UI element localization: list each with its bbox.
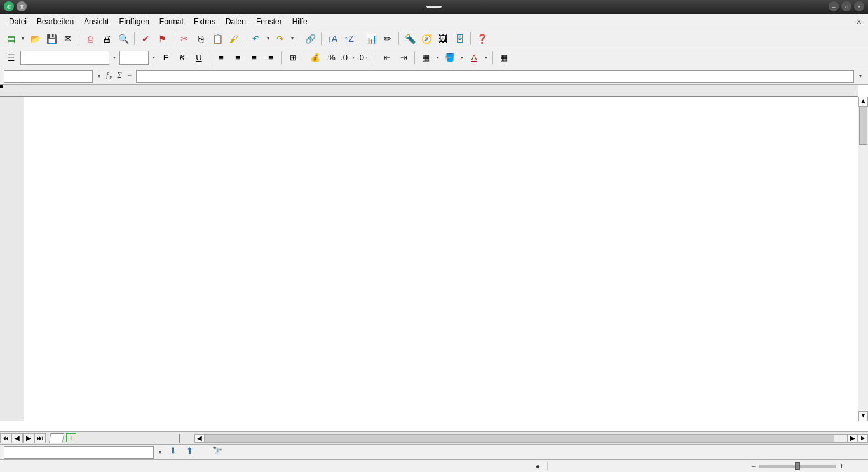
doc-close-icon[interactable]: × bbox=[857, 17, 862, 27]
find-replace-icon[interactable]: 🔦 bbox=[403, 32, 417, 46]
fx-wizard-icon[interactable]: ƒx bbox=[105, 71, 112, 81]
save-icon[interactable]: 💾 bbox=[44, 32, 58, 46]
new-doc-icon[interactable]: ▤ bbox=[4, 32, 18, 46]
redo-dropdown[interactable]: ▾ bbox=[290, 36, 295, 41]
menu-datei[interactable]: Datei bbox=[4, 15, 32, 28]
scroll-left-icon[interactable]: ◀ bbox=[194, 434, 205, 443]
horizontal-scrollbar[interactable]: ◀ ▶ ▶ bbox=[194, 434, 868, 443]
pdf-icon[interactable]: ⎙ bbox=[83, 32, 97, 46]
datasources-icon[interactable]: 🗄 bbox=[452, 32, 466, 46]
print-preview-icon[interactable]: 🔍 bbox=[116, 32, 130, 46]
percent-button[interactable]: % bbox=[325, 51, 339, 65]
zoom-out-icon[interactable]: − bbox=[751, 462, 756, 471]
scroll-right-end-icon[interactable]: ▶ bbox=[858, 434, 868, 443]
bold-button[interactable]: F bbox=[159, 51, 173, 65]
undo-dropdown[interactable]: ▾ bbox=[266, 36, 271, 41]
close-button[interactable]: × bbox=[854, 1, 864, 11]
scroll-right-icon[interactable]: ▶ bbox=[848, 434, 858, 443]
undo-icon[interactable]: ↶ bbox=[249, 32, 263, 46]
vertical-scrollbar[interactable]: ▲ ▼ bbox=[858, 97, 868, 421]
font-name-select[interactable] bbox=[20, 51, 109, 65]
tab-last-icon[interactable]: ⏭ bbox=[34, 433, 46, 443]
align-justify-button[interactable]: ≡ bbox=[264, 51, 278, 65]
print-icon[interactable]: 🖨 bbox=[100, 32, 114, 46]
find-all-icon[interactable]: 🔭 bbox=[211, 446, 224, 459]
format-painter-icon[interactable]: 🖌 bbox=[227, 32, 241, 46]
currency-button[interactable]: 💰 bbox=[308, 51, 322, 65]
menu-einfuegen[interactable]: Einfügen bbox=[114, 15, 154, 28]
copy-icon[interactable]: ⎘ bbox=[194, 32, 208, 46]
borders-dropdown[interactable]: ▾ bbox=[435, 55, 440, 60]
fontcolor-dropdown[interactable]: ▾ bbox=[484, 55, 489, 60]
zoom-slider[interactable] bbox=[759, 465, 836, 468]
redo-icon[interactable]: ↷ bbox=[273, 32, 287, 46]
hyperlink-icon[interactable]: 🔗 bbox=[303, 32, 317, 46]
tab-splitter[interactable] bbox=[179, 434, 180, 443]
indent-increase-button[interactable]: ⇥ bbox=[397, 51, 410, 65]
menu-ansicht[interactable]: Ansicht bbox=[79, 15, 114, 28]
fontcolor-button[interactable]: A bbox=[467, 51, 481, 65]
zoom-in-icon[interactable]: + bbox=[839, 462, 844, 471]
menu-daten[interactable]: Daten bbox=[220, 15, 251, 28]
tab-first-icon[interactable]: ⏮ bbox=[0, 433, 11, 443]
email-icon[interactable]: ✉ bbox=[61, 32, 75, 46]
bgcolor-button[interactable]: 🪣 bbox=[443, 51, 457, 65]
find-history-dropdown[interactable]: ▾ bbox=[158, 449, 163, 455]
tab-next-icon[interactable]: ▶ bbox=[23, 433, 34, 443]
horizontal-scroll-thumb[interactable] bbox=[205, 435, 834, 442]
decimal-remove-button[interactable]: .0← bbox=[358, 51, 372, 65]
cut-icon[interactable]: ✂ bbox=[177, 32, 191, 46]
formula-input[interactable] bbox=[136, 70, 854, 83]
auto-spellcheck-icon[interactable]: ⚑ bbox=[155, 32, 169, 46]
select-all-corner[interactable] bbox=[0, 85, 24, 97]
tab-prev-icon[interactable]: ◀ bbox=[11, 433, 23, 443]
add-sheet-button[interactable]: + bbox=[66, 433, 76, 442]
menu-hilfe[interactable]: Hilfe bbox=[287, 15, 313, 28]
decimal-add-button[interactable]: .0→ bbox=[341, 51, 355, 65]
show-draw-icon[interactable]: ✏ bbox=[381, 32, 395, 46]
align-center-button[interactable]: ≡ bbox=[231, 51, 245, 65]
sheet-tab-1[interactable] bbox=[49, 433, 65, 443]
name-box[interactable] bbox=[4, 70, 93, 83]
scroll-up-icon[interactable]: ▲ bbox=[858, 97, 868, 107]
equals-icon[interactable]: = bbox=[127, 71, 132, 81]
italic-button[interactable]: K bbox=[175, 51, 189, 65]
align-right-button[interactable]: ≡ bbox=[247, 51, 261, 65]
borders-button[interactable]: ▦ bbox=[419, 51, 433, 65]
paste-icon[interactable]: 📋 bbox=[210, 32, 224, 46]
sort-asc-icon[interactable]: ↓A bbox=[325, 32, 339, 46]
gallery-icon[interactable]: 🖼 bbox=[436, 32, 450, 46]
styles-icon[interactable]: ☰ bbox=[4, 51, 18, 65]
cell-area[interactable] bbox=[24, 97, 858, 421]
chart-icon[interactable]: 📊 bbox=[364, 32, 378, 46]
spellcheck-icon[interactable]: ✔ bbox=[139, 32, 153, 46]
minimize-button[interactable]: – bbox=[829, 1, 839, 11]
bgcolor-dropdown[interactable]: ▾ bbox=[459, 55, 465, 60]
menu-extras[interactable]: Extras bbox=[189, 15, 220, 28]
find-input[interactable] bbox=[4, 446, 154, 459]
merge-cells-button[interactable]: ⊞ bbox=[286, 51, 300, 65]
navigator-icon[interactable]: 🧭 bbox=[419, 32, 433, 46]
find-next-down-icon[interactable]: ⬇ bbox=[166, 446, 179, 459]
formula-expand-icon[interactable]: ▾ bbox=[858, 73, 863, 79]
scroll-down-icon[interactable]: ▼ bbox=[858, 411, 868, 421]
maximize-button[interactable]: ○ bbox=[841, 1, 851, 11]
menu-fenster[interactable]: Fenster bbox=[251, 15, 287, 28]
new-dropdown[interactable]: ▾ bbox=[20, 36, 25, 41]
name-box-dropdown[interactable]: ▾ bbox=[97, 73, 102, 79]
menu-bearbeiten[interactable]: Bearbeiten bbox=[32, 15, 79, 28]
sort-desc-icon[interactable]: ↑Z bbox=[342, 32, 356, 46]
help-icon[interactable]: ❓ bbox=[475, 32, 489, 46]
indent-decrease-button[interactable]: ⇤ bbox=[380, 51, 394, 65]
font-dropdown-icon[interactable]: ▾ bbox=[112, 55, 117, 60]
size-dropdown-icon[interactable]: ▾ bbox=[151, 55, 156, 60]
menu-format[interactable]: Format bbox=[154, 15, 189, 28]
font-size-select[interactable] bbox=[119, 51, 149, 65]
sum-icon[interactable]: Σ bbox=[117, 71, 121, 81]
gridlines-button[interactable]: ▦ bbox=[497, 51, 511, 65]
open-icon[interactable]: 📂 bbox=[28, 32, 42, 46]
align-left-button[interactable]: ≡ bbox=[214, 51, 228, 65]
underline-button[interactable]: U bbox=[192, 51, 206, 65]
vertical-scroll-thumb[interactable] bbox=[859, 107, 867, 145]
find-prev-up-icon[interactable]: ⬆ bbox=[183, 446, 196, 459]
